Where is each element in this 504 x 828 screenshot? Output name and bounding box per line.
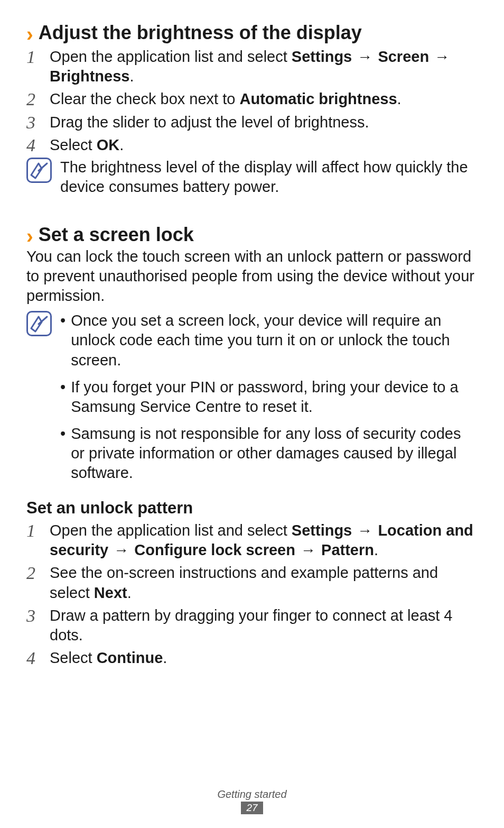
step-number: 3 (26, 113, 41, 132)
step-3: 3 Draw a pattern by dragging your finger… (26, 606, 478, 645)
note-bullet-list: •Once you set a screen lock, your device… (60, 311, 478, 483)
bullet-icon: • (60, 424, 66, 483)
note-icon (26, 311, 52, 336)
step-number: 2 (26, 89, 41, 109)
section-heading-screenlock: › Set a screen lock (26, 223, 478, 246)
note-row: •Once you set a screen lock, your device… (26, 311, 478, 483)
page-footer: Getting started 27 (0, 788, 504, 814)
step-number: 4 (26, 135, 41, 155)
step-number: 4 (26, 648, 41, 668)
step-4: 4 Select OK. (26, 135, 478, 155)
list-item: •Samsung is not responsible for any loss… (60, 424, 478, 483)
step-number: 3 (26, 606, 41, 645)
step-number: 2 (26, 563, 41, 602)
step-1: 1 Open the application list and select S… (26, 47, 478, 86)
step-text: Open the application list and select Set… (50, 521, 478, 560)
step-text: See the on-screen instructions and examp… (50, 563, 478, 602)
step-2: 2 Clear the check box next to Automatic … (26, 89, 478, 109)
step-number: 1 (26, 521, 41, 560)
bullet-text: Samsung is not responsible for any loss … (71, 424, 478, 483)
section-title: Set a screen lock (39, 223, 194, 246)
step-text: Drag the slider to adjust the level of b… (50, 113, 478, 132)
step-1: 1 Open the application list and select S… (26, 521, 478, 560)
bullet-icon: • (60, 378, 66, 417)
step-4: 4 Select Continue. (26, 648, 478, 668)
note-text: The brightness level of the display will… (60, 158, 478, 197)
list-item: •Once you set a screen lock, your device… (60, 311, 478, 370)
page-number: 27 (241, 802, 263, 814)
footer-section-name: Getting started (0, 788, 504, 801)
section-heading-brightness: › Adjust the brightness of the display (26, 21, 478, 44)
section-title: Adjust the brightness of the display (39, 21, 362, 44)
bullet-icon: • (60, 311, 66, 370)
step-text: Draw a pattern by dragging your finger t… (50, 606, 478, 645)
note-row: The brightness level of the display will… (26, 158, 478, 197)
list-item: •If you forget your PIN or password, bri… (60, 378, 478, 417)
intro-paragraph: You can lock the touch screen with an un… (26, 247, 478, 306)
step-text: Select OK. (50, 135, 478, 155)
step-text: Select Continue. (50, 648, 478, 668)
step-3: 3 Drag the slider to adjust the level of… (26, 113, 478, 132)
step-text: Open the application list and select Set… (50, 47, 478, 86)
bullet-text: If you forget your PIN or password, brin… (71, 378, 478, 417)
step-number: 1 (26, 47, 41, 86)
step-text: Clear the check box next to Automatic br… (50, 89, 478, 109)
bullet-text: Once you set a screen lock, your device … (71, 311, 478, 370)
step-2: 2 See the on-screen instructions and exa… (26, 563, 478, 602)
note-icon (26, 158, 52, 183)
sub-heading-unlock-pattern: Set an unlock pattern (26, 499, 478, 518)
chevron-icon: › (26, 24, 33, 44)
chevron-icon: › (26, 226, 33, 246)
